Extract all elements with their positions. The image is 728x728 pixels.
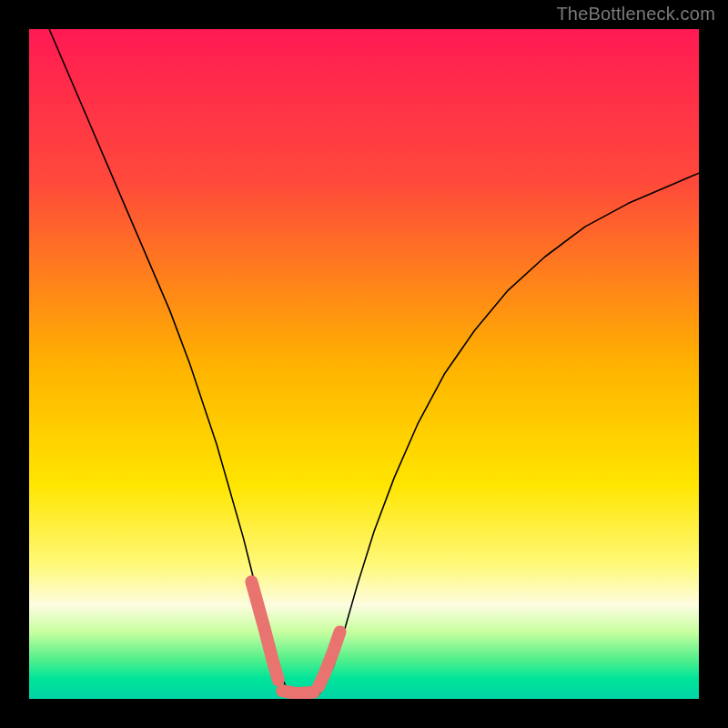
- series-minimum-marker-bottom: [282, 691, 314, 693]
- chart-frame: TheBottleneck.com: [0, 0, 728, 728]
- bottleneck-chart: [0, 0, 728, 728]
- plot-background-gradient: [29, 29, 699, 699]
